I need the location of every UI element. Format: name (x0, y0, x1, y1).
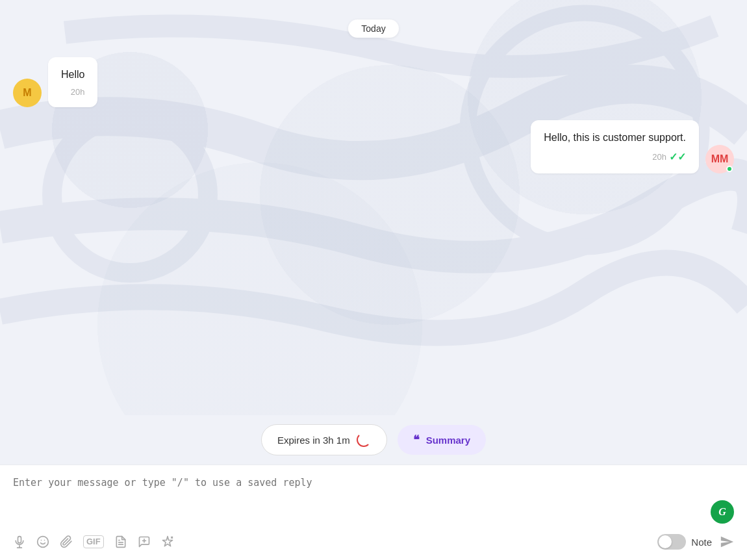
emoji-icon[interactable] (36, 535, 49, 548)
incoming-bubble: Hello 20h (48, 57, 97, 107)
chat-area: Today M Hello 20h Hello, this is custome… (0, 0, 747, 415)
chat-template-icon[interactable] (138, 535, 151, 548)
outgoing-time: 20h (652, 152, 666, 162)
today-badge: Today (13, 19, 734, 38)
incoming-message-row: M Hello 20h (13, 57, 734, 107)
outgoing-message-row: Hello, this is customer support. 20h ✓✓ … (13, 120, 734, 173)
incoming-time: 20h (71, 87, 85, 97)
expires-badge: Expires in 3h 1m (261, 424, 387, 455)
message-input[interactable] (13, 476, 734, 521)
document-icon[interactable] (114, 535, 127, 548)
customer-avatar: M (13, 79, 42, 107)
today-label: Today (348, 19, 398, 38)
note-label: Note (691, 537, 712, 548)
summary-button[interactable]: ❝ Summary (398, 425, 486, 455)
svg-point-5 (38, 537, 49, 548)
expires-text: Expires in 3h 1m (277, 435, 350, 446)
input-area: G (0, 465, 747, 560)
toolbar-right: Note (657, 534, 734, 550)
outgoing-text: Hello, this is customer support. (544, 131, 686, 145)
svg-rect-2 (18, 537, 21, 543)
outgoing-meta: 20h ✓✓ (544, 151, 686, 163)
input-toolbar: GIF (13, 529, 734, 550)
grammarly-button[interactable]: G (711, 500, 734, 524)
grammarly-icon: G (718, 506, 726, 518)
quote-icon: ❝ (413, 433, 420, 447)
bottom-bar: Expires in 3h 1m ❝ Summary (0, 415, 747, 465)
send-button[interactable] (720, 535, 734, 549)
customer-initials: M (23, 87, 31, 99)
read-receipt-icon: ✓✓ (669, 151, 686, 163)
toolbar-left: GIF (13, 535, 174, 548)
mic-icon[interactable] (13, 535, 26, 548)
ai-tools-icon[interactable] (161, 535, 174, 548)
agent-avatar: MM (705, 145, 734, 173)
note-toggle-wrapper: Note (657, 534, 712, 550)
gif-button[interactable]: GIF (83, 535, 104, 548)
toggle-knob (659, 535, 672, 548)
attach-icon[interactable] (60, 535, 73, 548)
svg-line-13 (171, 537, 173, 539)
note-toggle[interactable] (657, 534, 686, 550)
chat-content: Today M Hello 20h Hello, this is custome… (13, 19, 734, 409)
online-status-dot (726, 166, 733, 172)
agent-initials: MM (711, 153, 729, 165)
incoming-text: Hello (61, 68, 84, 82)
outgoing-bubble: Hello, this is customer support. 20h ✓✓ (531, 120, 699, 173)
timer-icon (357, 433, 371, 447)
incoming-meta: 20h (61, 87, 84, 97)
summary-label: Summary (426, 435, 470, 446)
